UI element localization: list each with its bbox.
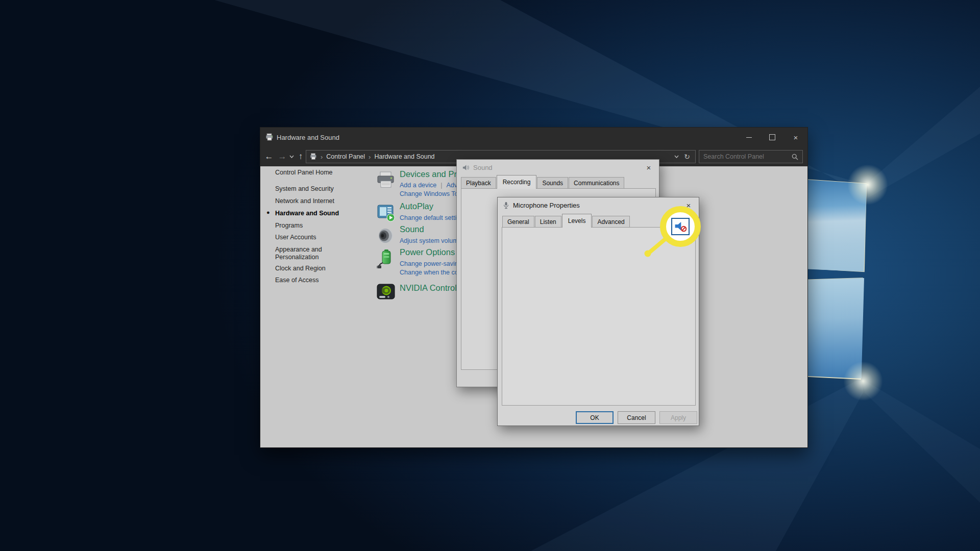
address-dropdown-chevron-icon[interactable] xyxy=(674,155,679,158)
desktop: Hardware and Sound × ← → ↑ › Control Pan… xyxy=(0,0,980,551)
sound-dialog-title: Sound xyxy=(473,164,493,171)
minimize-button[interactable] xyxy=(737,128,761,147)
mute-button-zoomed xyxy=(671,218,690,235)
sidebar-item-programs[interactable]: Programs xyxy=(275,222,372,230)
breadcrumb-separator-icon: › xyxy=(369,153,371,161)
mic-dialog-title: Microphone Properties xyxy=(513,202,580,209)
microphone-icon xyxy=(503,202,509,209)
breadcrumb-control-panel[interactable]: Control Panel xyxy=(326,153,365,160)
title-bar[interactable]: Hardware and Sound × xyxy=(260,128,807,147)
link-change-windows-to-go[interactable]: Change Windows To G xyxy=(400,190,465,197)
search-icon[interactable] xyxy=(792,154,798,160)
nvidia-control-panel-icon xyxy=(376,282,396,302)
link-add-a-device[interactable]: Add a device xyxy=(400,182,436,189)
autoplay-icon xyxy=(376,203,396,223)
close-icon[interactable]: × xyxy=(643,162,654,172)
cancel-button[interactable]: Cancel xyxy=(618,411,655,424)
devices-and-printers-icon xyxy=(376,170,396,191)
speaker-mute-icon xyxy=(674,220,687,233)
link-separator: | xyxy=(440,182,442,189)
sidebar-item-ease-of-access[interactable]: Ease of Access xyxy=(275,277,372,284)
tab-playback[interactable]: Playback xyxy=(461,177,496,189)
sidebar-item-network-and-internet[interactable]: Network and Internet xyxy=(275,197,372,205)
tab-levels[interactable]: Levels xyxy=(562,214,592,228)
windows-logo-corner-glow xyxy=(843,361,883,401)
speaker-icon xyxy=(462,164,470,171)
sidebar-item-clock-and-region[interactable]: Clock and Region xyxy=(275,265,372,272)
printer-icon xyxy=(310,153,317,160)
tab-communications[interactable]: Communications xyxy=(569,177,624,189)
window-title: Hardware and Sound xyxy=(277,134,339,141)
ok-button[interactable]: OK xyxy=(576,411,614,424)
tab-general[interactable]: General xyxy=(502,216,534,228)
search-box[interactable] xyxy=(699,150,803,163)
mic-dialog-tabs: General Listen Levels Advanced xyxy=(502,214,630,228)
refresh-icon[interactable]: ↻ xyxy=(684,153,690,161)
forward-button[interactable]: → xyxy=(276,147,289,166)
category-devices-and-printers[interactable]: Devices and Print xyxy=(400,169,465,179)
active-item-bullet: ● xyxy=(266,209,270,215)
close-button[interactable]: × xyxy=(784,128,807,147)
tab-sounds[interactable]: Sounds xyxy=(537,177,568,189)
breadcrumb-separator-icon: › xyxy=(321,153,323,161)
maximize-button[interactable] xyxy=(761,128,784,147)
apply-button[interactable]: Apply xyxy=(659,411,697,424)
breadcrumb-hardware-and-sound[interactable]: Hardware and Sound xyxy=(374,153,434,160)
sidebar-item-user-accounts[interactable]: User Accounts xyxy=(275,234,372,241)
sidebar-item-hardware-and-sound[interactable]: Hardware and Sound xyxy=(275,210,372,217)
windows-logo-corner-glow xyxy=(847,164,888,205)
close-icon: × xyxy=(794,134,798,141)
sound-dialog-titlebar[interactable]: Sound × xyxy=(457,160,659,175)
tab-recording[interactable]: Recording xyxy=(497,175,537,189)
sound-dialog-tabs: Playback Recording Sounds Communications xyxy=(461,175,625,189)
back-button[interactable]: ← xyxy=(262,147,276,166)
category-links-row: Add a device|Advan xyxy=(400,182,464,189)
minimize-icon xyxy=(746,137,752,138)
link-change-default-settings[interactable]: Change default setting xyxy=(400,214,463,221)
link-adjust-system-volume[interactable]: Adjust system volume xyxy=(400,237,462,244)
maximize-icon xyxy=(769,134,775,140)
search-input[interactable] xyxy=(699,153,792,160)
power-options-icon xyxy=(376,248,396,269)
sidebar-item-appearance-and-personalization[interactable]: Appearance and Personalization xyxy=(275,246,341,261)
sound-icon xyxy=(376,226,396,246)
sidebar-item-control-panel-home[interactable]: Control Panel Home xyxy=(275,169,372,177)
sidebar-item-system-and-security[interactable]: System and Security xyxy=(275,185,372,193)
tab-listen[interactable]: Listen xyxy=(535,216,561,228)
category-sound[interactable]: Sound xyxy=(400,224,424,234)
category-power-options[interactable]: Power Options xyxy=(400,247,455,257)
tab-advanced[interactable]: Advanced xyxy=(592,216,629,228)
callout-highlight-circle xyxy=(660,206,701,247)
category-autoplay[interactable]: AutoPlay xyxy=(400,202,433,211)
levels-tab-page xyxy=(502,227,696,406)
printer-icon xyxy=(265,133,274,143)
